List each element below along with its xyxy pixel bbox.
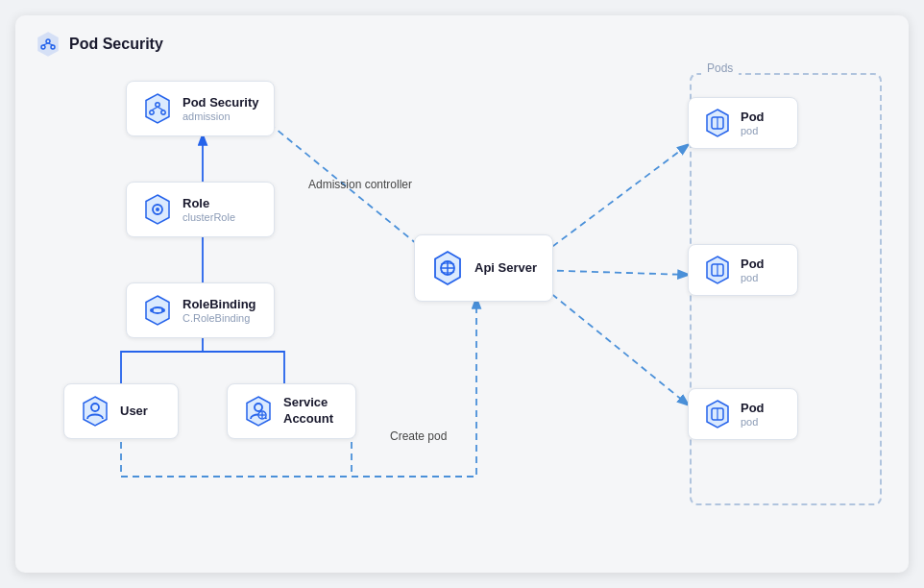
api-server-label: Api Server xyxy=(474,260,537,277)
pod2-icon xyxy=(702,255,733,285)
svg-line-11 xyxy=(534,280,688,404)
pod2-label: Pod xyxy=(741,257,765,273)
svg-line-10 xyxy=(534,270,688,275)
diagram-title: Pod Security xyxy=(15,15,909,58)
role-label: Role xyxy=(182,196,235,212)
svg-marker-21 xyxy=(146,296,169,325)
pods-label: Pods xyxy=(701,61,739,75)
service-account-node: Service Account xyxy=(227,383,356,439)
pod-security-icon xyxy=(140,91,175,126)
api-server-node: Api Server xyxy=(414,234,553,302)
pod-security-title-icon xyxy=(35,31,61,58)
svg-point-20 xyxy=(156,208,159,211)
service-account-icon xyxy=(241,394,276,429)
pod1-label: Pod xyxy=(741,110,765,126)
role-sublabel: clusterRole xyxy=(182,211,235,223)
pod-security-sublabel: admission xyxy=(182,110,258,122)
service-account-label2: Account xyxy=(283,411,333,428)
pod-security-label: Pod Security xyxy=(182,95,258,111)
pod1-icon xyxy=(702,108,733,138)
rolebinding-node: RoleBinding C.RoleBinding xyxy=(126,282,275,338)
rolebinding-label: RoleBinding xyxy=(182,297,256,313)
role-node: Role clusterRole xyxy=(126,182,275,237)
service-account-label: Service xyxy=(283,395,333,411)
admission-controller-label: Admission controller xyxy=(308,177,412,193)
svg-marker-0 xyxy=(38,33,58,56)
role-icon xyxy=(140,192,175,227)
rolebinding-sublabel: C.RoleBinding xyxy=(182,312,256,324)
diagram-container: Pod Security xyxy=(15,15,909,573)
pod2-node: Pod pod xyxy=(688,244,798,296)
svg-point-23 xyxy=(161,308,165,312)
rolebinding-icon xyxy=(140,293,175,328)
svg-point-22 xyxy=(150,308,154,312)
create-pod-label: Create pod xyxy=(390,429,447,445)
user-icon xyxy=(78,394,112,429)
pod3-node: Pod pod xyxy=(688,388,798,440)
pod3-icon xyxy=(702,399,733,429)
pod1-node: Pod pod xyxy=(688,97,798,149)
pod-security-node: Pod Security admission xyxy=(126,81,275,136)
api-server-icon xyxy=(428,249,467,287)
svg-marker-12 xyxy=(146,94,169,123)
svg-line-9 xyxy=(534,145,688,260)
pod2-sublabel: pod xyxy=(741,272,765,283)
pod3-sublabel: pod xyxy=(741,416,765,428)
pod3-label: Pod xyxy=(741,401,765,417)
user-node: User xyxy=(63,383,179,439)
pod1-sublabel: pod xyxy=(741,125,765,136)
user-label: User xyxy=(120,404,148,420)
title-text: Pod Security xyxy=(69,36,163,53)
